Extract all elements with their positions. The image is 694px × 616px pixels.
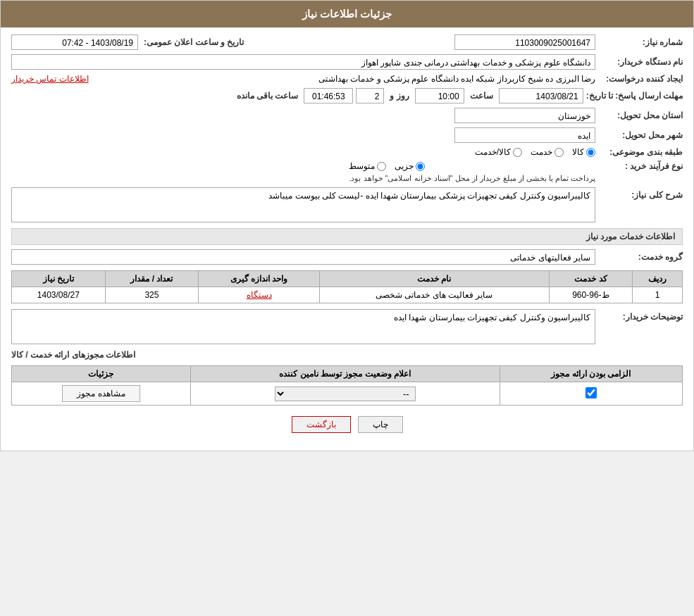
category-kala-radio[interactable] — [586, 148, 595, 157]
mandatory-checkbox[interactable] — [585, 387, 597, 398]
category-kala-item: کالا — [572, 147, 595, 157]
category-kala-khedmat-label: کالا/خدمت — [475, 147, 511, 157]
cell-service-name: سایر فعالیت های خدماتی شخصی — [320, 287, 550, 303]
process-radio-group: متوسط جزیی — [349, 161, 595, 171]
category-kala-label: کالا — [572, 147, 584, 157]
back-button[interactable]: بازگشت — [292, 416, 351, 433]
category-khedmat-item: خدمت — [531, 147, 564, 157]
response-deadline-label: مهلت ارسال پاسخ: تا تاریخ: — [586, 91, 683, 101]
col-service-name: نام خدمت — [320, 271, 550, 287]
need-desc-value: کالیبراسیون وکنترل کیفی تجهیزات پزشکی بی… — [11, 187, 595, 222]
response-days-label: روز و — [390, 91, 409, 101]
perm-col-provider-status: اعلام وضعیت مجوز توسط نامین کننده — [190, 366, 500, 382]
process-motevaset-radio[interactable] — [377, 162, 386, 171]
announcement-date-value: 1403/08/19 - 07:42 — [11, 34, 138, 50]
cell-row-num: 1 — [633, 287, 683, 303]
list-item: -- مشاهده مجوز — [12, 382, 683, 406]
permissions-section-title: اطلاعات مجوزهای ارائه خدمت / کالا — [11, 350, 683, 360]
province-label: استان محل تحویل: — [598, 111, 683, 120]
buyer-org-row: نام دستگاه خریدار: دانشگاه علوم پزشکی و … — [11, 54, 683, 70]
remaining-value: 01:46:53 — [304, 88, 353, 103]
city-row: شهر محل تحویل: ایده — [11, 127, 683, 143]
creator-value: رضا البرزی ده شیخ کاربرداز شبکه ایده دان… — [96, 74, 595, 84]
buyer-notes-label: توضیحات خریدار: — [598, 309, 683, 322]
category-kala-khedmat-item: کالا/خدمت — [475, 147, 522, 157]
process-type-row: نوع فرآیند خرید : متوسط جزیی پرداخت تمام… — [11, 161, 683, 183]
cell-service-code: ط-96-960 — [549, 287, 633, 303]
response-days-value: 2 — [356, 88, 384, 103]
cell-need-date: 1403/08/27 — [12, 287, 106, 303]
response-date-value: 1403/08/21 — [499, 88, 583, 103]
process-motevaset-label: متوسط — [349, 161, 375, 171]
process-motevaset-item: متوسط — [349, 161, 386, 171]
page-header: جزئیات اطلاعات نیاز — [1, 1, 693, 27]
services-section-title: اطلاعات خدمات مورد نیاز — [11, 228, 683, 245]
cell-measure-unit[interactable]: دستگاه — [199, 287, 320, 303]
category-radio-group: کالا/خدمت خدمت کالا — [475, 147, 595, 157]
content-area: شماره نیاز: 1103009025001647 تاریخ و ساع… — [1, 27, 693, 451]
provider-status-select[interactable]: -- — [275, 386, 416, 401]
category-label: طبقه بندی موضوعی: — [598, 147, 683, 157]
response-deadline-row: مهلت ارسال پاسخ: تا تاریخ: 1403/08/21 سا… — [11, 88, 683, 103]
need-number-label: شماره نیاز: — [598, 37, 683, 47]
perm-mandatory-cell — [500, 382, 682, 406]
footer-buttons: چاپ بازگشت — [11, 416, 683, 433]
process-jozi-radio[interactable] — [416, 162, 425, 171]
buyer-org-label: نام دستگاه خریدار: — [598, 57, 683, 67]
need-number-value: 1103009025001647 — [454, 34, 595, 50]
process-note: پرداخت تمام یا بخشی از مبلغ خریدار از مح… — [349, 174, 595, 183]
response-time-value: 10:00 — [415, 88, 464, 103]
cell-quantity: 325 — [105, 287, 199, 303]
response-time-label: ساعت — [470, 91, 493, 101]
service-group-row: گروه خدمت: سایر فعالیتهای خدماتی — [11, 249, 683, 265]
city-value: ایده — [454, 127, 595, 143]
service-group-value: سایر فعالیتهای خدماتی — [11, 249, 595, 265]
col-row-num: ردیف — [633, 271, 683, 287]
buyer-notes-value: کالیبراسیون وکنترل کیفی تجهیزات بیمارستا… — [11, 309, 595, 344]
creator-row: ایجاد کننده درخواست: رضا البرزی ده شیخ ک… — [11, 74, 683, 84]
perm-col-details: جزئیات — [12, 366, 191, 382]
col-need-date: تاریخ نیاز — [12, 271, 106, 287]
creator-label: ایجاد کننده درخواست: — [598, 74, 683, 84]
province-row: استان محل تحویل: خوزستان — [11, 108, 683, 123]
need-number-row: شماره نیاز: 1103009025001647 تاریخ و ساع… — [11, 34, 683, 50]
page-title: جزئیات اطلاعات نیاز — [302, 8, 392, 20]
category-kala-khedmat-radio[interactable] — [513, 148, 522, 157]
buyer-org-value: دانشگاه علوم پزشکی و خدمات بهداشتی درمان… — [11, 54, 595, 70]
col-service-code: کد خدمت — [549, 271, 633, 287]
buyer-notes-row: توضیحات خریدار: کالیبراسیون وکنترل کیفی … — [11, 309, 683, 344]
remaining-label: ساعت باقی مانده — [237, 91, 299, 101]
process-jozi-label: جزیی — [395, 161, 414, 171]
category-khedmat-radio[interactable] — [554, 148, 564, 157]
permissions-table: الزامی بودن ارائه مجوز اعلام وضعیت مجوز … — [11, 365, 683, 406]
print-button[interactable]: چاپ — [358, 416, 403, 433]
view-permit-button[interactable]: مشاهده مجوز — [62, 385, 140, 402]
city-label: شهر محل تحویل: — [598, 130, 683, 140]
page-wrapper: جزئیات اطلاعات نیاز شماره نیاز: 11030090… — [0, 0, 694, 451]
perm-details-cell: مشاهده مجوز — [12, 382, 191, 406]
col-quantity: تعداد / مقدار — [105, 271, 199, 287]
services-table: ردیف کد خدمت نام خدمت واحد اندازه گیری ت… — [11, 270, 683, 303]
need-desc-row: شرح کلی نیاز: کالیبراسیون وکنترل کیفی تج… — [11, 187, 683, 222]
col-measure-unit: واحد اندازه گیری — [199, 271, 320, 287]
creator-link[interactable]: اطلاعات تماس خریدار — [11, 74, 89, 84]
process-type-label: نوع فرآیند خرید : — [598, 161, 683, 171]
table-row: 1 ط-96-960 سایر فعالیت های خدماتی شخصی د… — [12, 287, 683, 303]
perm-col-mandatory: الزامی بودن ارائه مجوز — [500, 366, 682, 382]
category-row: طبقه بندی موضوعی: کالا/خدمت خدمت کالا — [11, 147, 683, 157]
service-group-label: گروه خدمت: — [598, 252, 683, 262]
need-desc-label: شرح کلی نیاز: — [598, 187, 683, 200]
process-jozi-item: جزیی — [395, 161, 425, 171]
province-value: خوزستان — [454, 108, 595, 123]
category-khedmat-label: خدمت — [531, 147, 552, 157]
perm-status-cell: -- — [190, 382, 500, 406]
announcement-date-label: تاریخ و ساعت اعلان عمومی: — [144, 37, 244, 47]
